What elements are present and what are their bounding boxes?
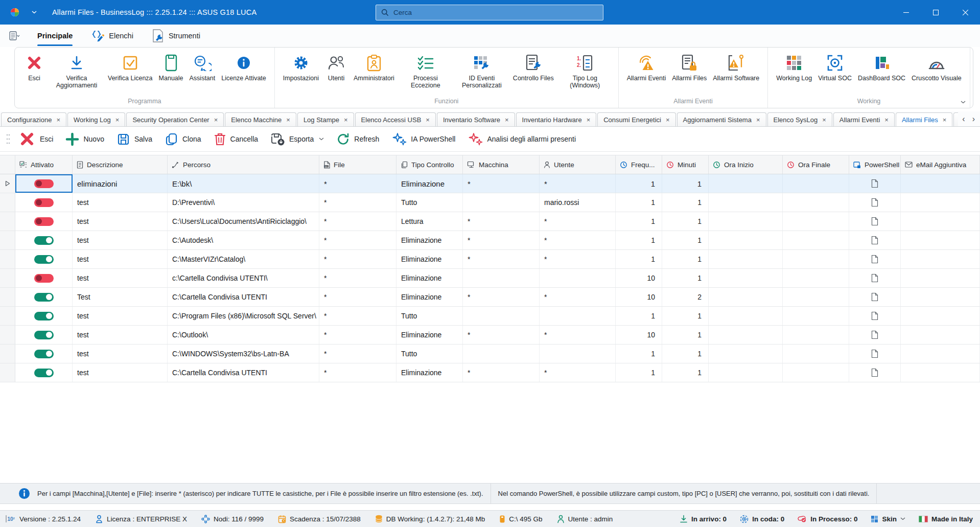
tab-log-stampe[interactable]: Log Stampe× [297, 112, 354, 126]
ribbon-button-verifica-aggiornamenti[interactable]: Verifica Aggiornamenti [49, 52, 105, 90]
column-header-ora-finale[interactable]: Ora Finale [783, 155, 849, 174]
tab-allarmi-files[interactable]: Allarmi Files× [896, 112, 952, 126]
ia-powershell-button[interactable]: IA PowerShell [391, 132, 455, 146]
ribbon-button-allarmi-eventi[interactable]: Allarmi Eventi [624, 52, 669, 83]
tab-close-icon[interactable]: × [344, 117, 348, 123]
maximize-button[interactable] [921, 0, 950, 25]
ribbon-button-virtual-soc[interactable]: Virtual SOC [815, 52, 855, 83]
tab-close-icon[interactable]: × [822, 117, 826, 123]
ribbon-button-manuale[interactable]: Manuale [156, 52, 186, 83]
ribbon-button-verifica-licenza[interactable]: Verifica Licenza [105, 52, 156, 83]
status-skin[interactable]: Skin [871, 515, 905, 523]
activation-toggle[interactable] [34, 236, 54, 245]
tab-elenco-accessi-usb[interactable]: Elenco Accessi USB× [355, 112, 436, 126]
cell-powershell[interactable] [849, 269, 901, 287]
tab-close-icon[interactable]: × [943, 117, 947, 123]
activation-toggle[interactable] [34, 369, 54, 377]
table-row[interactable]: TestC:\Cartella Condivisa UTENTI*Elimina… [0, 288, 980, 307]
ribbon-button-processi-eccezione[interactable]: Processi Eccezione [398, 52, 454, 90]
table-row[interactable]: testD:\Preventivi\*Tuttomario.rossi11 [0, 193, 980, 212]
cell-powershell[interactable] [849, 231, 901, 249]
table-row[interactable]: testC:\Autodesk\*Eliminazione**11 [0, 231, 980, 250]
cell-powershell[interactable] [849, 212, 901, 231]
activation-toggle[interactable] [34, 217, 54, 226]
search-box[interactable] [376, 5, 603, 20]
tab-working-log[interactable]: Working Log× [67, 112, 125, 126]
tab-close-icon[interactable]: × [756, 117, 760, 123]
table-row[interactable]: testC:\MasterVIZr\Catalog\*Eliminazione*… [0, 250, 980, 269]
activation-toggle[interactable] [34, 274, 54, 283]
ribbon-button-impostazioni[interactable]: Impostazioni [280, 52, 322, 83]
cell-powershell[interactable] [849, 363, 901, 382]
cell-powershell[interactable] [849, 345, 901, 363]
tab-aggiornamenti-sistema[interactable]: Aggiornamenti Sistema× [677, 112, 766, 126]
column-header-email-aggiuntiva[interactable]: eMail Aggiuntiva [901, 155, 980, 174]
column-header-descrizione[interactable]: Descrizione [73, 155, 168, 174]
ribbon-button-cruscotto-visuale[interactable]: Cruscotto Visuale [908, 52, 965, 83]
tab-scroll-right-icon[interactable]: › [972, 115, 975, 123]
ribbon-button-dashboard-soc[interactable]: DashBoard SOC [855, 52, 908, 83]
activation-toggle[interactable] [34, 198, 54, 207]
ribbon-button-working-log[interactable]: Working Log [773, 52, 815, 83]
tab-inventario-software[interactable]: Inventario Software× [437, 112, 515, 126]
column-header-minuti[interactable]: Minuti [662, 155, 709, 174]
tab-configurazione[interactable]: Configurazione× [1, 112, 66, 126]
table-row[interactable]: testC:\Cartella Condivisa UTENTI*Elimina… [0, 363, 980, 382]
activation-toggle[interactable] [34, 255, 54, 264]
column-header-file[interactable]: TXTFile [319, 155, 396, 174]
table-row[interactable]: testC:\Users\Luca\Documents\AntiRiciclag… [0, 212, 980, 231]
tab-close-icon[interactable]: × [884, 117, 889, 123]
activation-toggle[interactable] [34, 331, 54, 339]
tab-inventario-hardware[interactable]: Inventario Hardware× [516, 112, 597, 126]
ribbon-button-amministratori[interactable]: Amministratori [351, 52, 398, 83]
titlebar-chevron-icon[interactable] [32, 11, 37, 14]
column-header-percorso[interactable]: Percorso [168, 155, 319, 174]
cell-powershell[interactable] [849, 307, 901, 325]
ribbon-button-allarmi-files[interactable]: Allarmi Files [669, 52, 710, 83]
tab-allarmi-eventi[interactable]: Allarmi Eventi× [833, 112, 895, 126]
tab-close-icon[interactable]: × [286, 117, 290, 123]
ribbon-collapse-chevron-icon[interactable] [961, 101, 966, 104]
tab-close-icon[interactable]: × [56, 117, 60, 123]
tab-close-icon[interactable]: × [426, 117, 430, 123]
ribbon-tab-principale[interactable]: Principale [37, 25, 73, 47]
column-header-frequ[interactable]: Frequ... [616, 155, 662, 174]
column-header-tipo-controllo[interactable]: Tipo Controllo [396, 155, 463, 174]
ribbon-button-id-eventi-personalizzati[interactable]: ID Eventi Personalizzati [454, 52, 510, 90]
cell-powershell[interactable] [849, 193, 901, 212]
tab-elenco-macchine[interactable]: Elenco Macchine× [225, 112, 296, 126]
minimize-button[interactable] [891, 0, 921, 25]
column-header-macchina[interactable]: Macchina [463, 155, 540, 174]
activation-toggle[interactable] [34, 312, 54, 320]
ribbon-tab-elenchi[interactable]: Elenchi [91, 25, 133, 47]
quick-menu-button[interactable] [9, 25, 20, 47]
tab-close-icon[interactable]: × [505, 117, 509, 123]
ribbon-button-controllo-files[interactable]: Controllo Files [510, 52, 557, 83]
cancella-button[interactable]: Cancella [214, 132, 258, 146]
activation-toggle[interactable] [34, 350, 54, 358]
ribbon-button-assistant[interactable]: Assistant [186, 52, 219, 83]
esporta-button[interactable]: Esporta [270, 132, 324, 146]
close-button[interactable] [950, 0, 980, 25]
table-row[interactable]: testc:\Cartella Condivisa UTENTI\*Elimin… [0, 269, 980, 288]
chevron-down-icon[interactable] [900, 517, 905, 520]
table-row[interactable]: testC:\WINDOWS\System32\bs-Latn-BA*Tutto… [0, 345, 980, 363]
cell-powershell[interactable] [849, 288, 901, 306]
tab-close-icon[interactable]: × [666, 117, 670, 123]
cell-powershell[interactable] [849, 250, 901, 268]
tab-consumi-energetici[interactable]: Consumi Energetici× [597, 112, 675, 126]
table-row[interactable]: testC:\Program Files (x86)\Microsoft SQL… [0, 307, 980, 326]
tab-security-operation-center[interactable]: Security Operation Center× [126, 112, 224, 126]
ribbon-button-allarmi-software[interactable]: Allarmi Software [710, 52, 762, 83]
analisi-degli-allarmi-presenti-button[interactable]: Analisi degli allarmi presenti [468, 132, 576, 146]
clona-button[interactable]: Clona [165, 132, 201, 146]
ribbon-button-utenti[interactable]: Utenti [322, 52, 351, 83]
activation-toggle[interactable] [34, 179, 54, 188]
tab-close-icon[interactable]: × [214, 117, 218, 123]
tab-close-icon[interactable]: × [587, 117, 591, 123]
column-header-powershell[interactable]: PowerShell [849, 155, 901, 174]
column-header-utente[interactable]: Utente [540, 155, 616, 174]
refresh-button[interactable]: Refresh [336, 132, 379, 146]
column-header-ora-inizio[interactable]: Ora Inizio [709, 155, 783, 174]
tab-scroll-left-icon[interactable]: ‹ [962, 115, 965, 123]
